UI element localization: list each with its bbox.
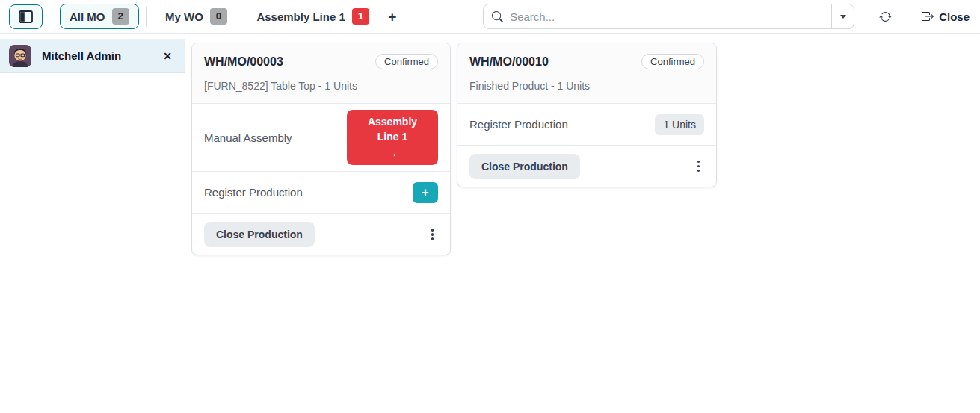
operators-sidebar: Mitchell Admin ✕ [0, 34, 185, 413]
remove-operator-icon[interactable]: ✕ [163, 50, 172, 62]
mo-reference: WH/MO/00003 [204, 55, 283, 69]
mo-card-footer: Close Production [457, 146, 716, 187]
operator-row[interactable]: Mitchell Admin ✕ [0, 39, 185, 73]
register-production-row: Register Production + [192, 172, 450, 214]
register-production-label: Register Production [204, 186, 303, 199]
refresh-icon [879, 10, 892, 23]
tab-assembly-line-1[interactable]: Assembly Line 1 1 [247, 4, 379, 29]
caret-down-icon [840, 15, 846, 19]
tab-separator [146, 7, 147, 27]
close-production-button[interactable]: Close Production [204, 222, 315, 247]
mo-reference: WH/MO/00010 [469, 55, 549, 69]
register-production-label: Register Production [469, 118, 568, 131]
kebab-menu-button[interactable] [693, 158, 705, 176]
mo-product: [FURN_8522] Table Top - 1 Units [204, 80, 438, 92]
workcenter-button-label: Assembly Line 1 [368, 116, 417, 143]
units-quantity-badge[interactable]: 1 Units [655, 114, 704, 135]
tab-all-mo-label: All MO [70, 10, 105, 23]
tab-my-wo-label: My WO [165, 10, 203, 23]
operator-name: Mitchell Admin [42, 49, 121, 62]
operator-avatar [9, 45, 31, 67]
workcenter-button[interactable]: Assembly Line 1 → [347, 110, 438, 165]
search-input[interactable] [510, 10, 823, 23]
close-shop-floor-label: Close [939, 10, 970, 23]
mo-card-footer: Close Production [192, 214, 450, 255]
status-badge: Confirmed [641, 54, 704, 69]
close-shop-floor-button[interactable]: Close [922, 10, 970, 23]
tab-assembly-line-1-count-badge: 1 [352, 8, 370, 25]
mo-card: WH/MO/00003 Confirmed [FURN_8522] Table … [191, 43, 451, 255]
kebab-menu-button[interactable] [427, 226, 439, 243]
register-production-row: Register Production 1 Units [457, 104, 716, 146]
status-badge: Confirmed [375, 54, 438, 69]
tab-my-wo[interactable]: My WO 0 [155, 4, 237, 29]
tab-my-wo-count-badge: 0 [210, 8, 228, 25]
mo-card: WH/MO/00010 Confirmed Finished Product -… [457, 43, 717, 187]
tab-bar: All MO 2 My WO 0 Assembly Line 1 1 + [43, 4, 396, 29]
topbar: All MO 2 My WO 0 Assembly Line 1 1 + [0, 0, 980, 34]
operation-row: Manual Assembly Assembly Line 1 → [192, 104, 450, 172]
sidebar-toggle-button[interactable] [9, 4, 43, 29]
mo-product: Finished Product - 1 Units [469, 80, 704, 92]
add-workcenter-tab-button[interactable]: + [388, 10, 396, 24]
close-production-button[interactable]: Close Production [469, 154, 580, 179]
search-icon [492, 11, 503, 22]
kanban-area: WH/MO/00003 Confirmed [FURN_8522] Table … [185, 34, 980, 413]
search-input-area [484, 4, 831, 28]
operation-label: Manual Assembly [204, 131, 292, 144]
add-quantity-button[interactable]: + [413, 182, 438, 203]
mo-card-header[interactable]: WH/MO/00003 Confirmed [FURN_8522] Table … [192, 43, 450, 104]
arrow-right-icon: → [357, 145, 428, 161]
tab-assembly-line-1-label: Assembly Line 1 [256, 10, 345, 23]
tab-all-mo-count-badge: 2 [112, 8, 130, 25]
tab-all-mo[interactable]: All MO 2 [60, 4, 139, 29]
plus-icon: + [422, 187, 428, 199]
panel-left-icon [19, 10, 33, 23]
refresh-button[interactable] [879, 10, 892, 23]
mo-card-header[interactable]: WH/MO/00010 Confirmed Finished Product -… [457, 43, 716, 104]
main-wrap: Mitchell Admin ✕ WH/MO/00003 Confirmed [… [0, 34, 980, 413]
search-bar [483, 4, 854, 29]
search-options-toggle[interactable] [831, 4, 854, 28]
sign-out-icon [922, 10, 934, 22]
